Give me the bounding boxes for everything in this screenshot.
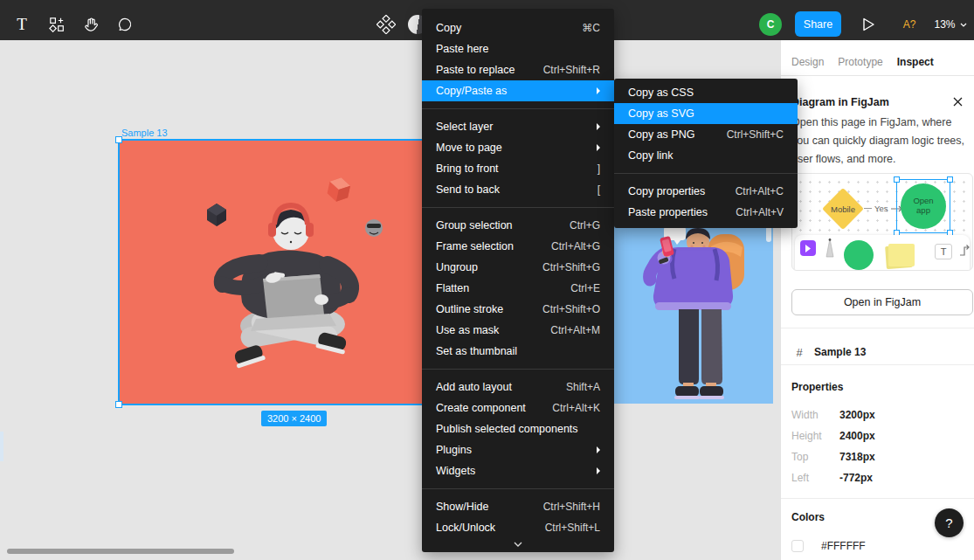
property-row: Left-772px	[781, 467, 974, 488]
menu-item-copy-as-png[interactable]: Copy as PNGCtrl+Shift+C	[614, 124, 798, 145]
menu-shortcut: Ctrl+Alt+G	[551, 240, 600, 252]
horizontal-scrollbar[interactable]	[7, 549, 234, 554]
selected-layer-row[interactable]: # Sample 13	[781, 340, 974, 364]
menu-overflow-button[interactable]	[422, 538, 614, 550]
menu-shortcut: ⌘C	[582, 22, 600, 34]
menu-item-copy[interactable]: Copy⌘C	[422, 17, 614, 38]
menu-shortcut: Ctrl+Alt+M	[550, 324, 600, 336]
menu-item-create-component[interactable]: Create componentCtrl+Alt+K	[422, 398, 614, 418]
menu-item-label: Set as thumbnail	[436, 345, 600, 357]
selection-handle	[947, 176, 953, 183]
menu-item-copy-link[interactable]: Copy link	[614, 145, 798, 166]
menu-item-copy-as-css[interactable]: Copy as CSS	[614, 82, 798, 103]
user-avatar[interactable]: C	[759, 13, 782, 36]
menu-item-label: Use as mask	[436, 324, 540, 336]
menu-item-label: Outline stroke	[436, 303, 532, 315]
present-button[interactable]	[858, 9, 879, 40]
property-value: 7318px	[839, 446, 875, 467]
property-value: -772px	[839, 467, 873, 488]
help-button[interactable]: ?	[935, 508, 964, 537]
figjam-connector-tool-icon	[959, 244, 973, 258]
panel-divider	[781, 328, 974, 328]
frame-icon: #	[792, 346, 806, 359]
menu-item-label: Ungroup	[436, 261, 532, 273]
menu-item-label: Paste to replace	[436, 64, 533, 76]
menu-item-move-to-page[interactable]: Move to page	[422, 137, 614, 158]
figjam-toolbar-strip: T	[795, 235, 970, 271]
menu-item-ungroup[interactable]: UngroupCtrl+Shift+G	[422, 257, 614, 278]
tab-prototype[interactable]: Prototype	[838, 56, 882, 68]
menu-item-send-to-back[interactable]: Send to back[	[422, 179, 614, 200]
menu-item-plugins[interactable]: Plugins	[422, 439, 614, 460]
main-menu-button[interactable]	[371, 9, 401, 40]
menu-item-label: Copy as SVG	[628, 107, 784, 120]
menu-item-flatten[interactable]: FlattenCtrl+E	[422, 278, 614, 299]
menu-shortcut: Ctrl+E	[570, 282, 600, 294]
menu-item-show-hide[interactable]: Show/HideCtrl+Shift+H	[422, 496, 614, 517]
property-value: 3200px	[839, 404, 875, 425]
menu-item-use-as-mask[interactable]: Use as maskCtrl+Alt+M	[422, 320, 614, 341]
menu-item-frame-selection[interactable]: Frame selectionCtrl+Alt+G	[422, 236, 614, 257]
zoom-level: 13%	[934, 18, 955, 31]
menu-item-widgets[interactable]: Widgets	[422, 460, 614, 481]
menu-item-label: Copy	[436, 22, 571, 34]
selection-size-badge: 3200 × 2400	[261, 411, 327, 426]
menu-item-label: Add auto layout	[436, 381, 556, 393]
menu-item-copy-paste-as[interactable]: Copy/Paste as	[422, 80, 614, 101]
hand-tool-button[interactable]	[76, 9, 106, 40]
menu-item-copy-as-svg[interactable]: Copy as SVG	[614, 103, 798, 124]
menu-item-bring-to-front[interactable]: Bring to front]	[422, 158, 614, 179]
text-tool-button[interactable]: T	[7, 9, 37, 40]
comment-tool-button[interactable]	[110, 9, 140, 40]
menu-item-label: Group selection	[436, 219, 559, 232]
menu-item-label: Create component	[436, 402, 542, 414]
zoom-control[interactable]: 13%	[929, 9, 971, 40]
menu-item-group-selection[interactable]: Group selectionCtrl+G	[422, 215, 614, 236]
figjam-sticky-note-icon	[888, 244, 915, 266]
frame-red-selected[interactable]	[120, 141, 471, 404]
play-icon	[862, 17, 875, 31]
menu-item-label: Copy link	[628, 149, 784, 162]
menu-shortcut: Ctrl+Shift+R	[543, 64, 600, 76]
missing-fonts-button[interactable]: A?	[895, 9, 924, 40]
menu-shortcut: [	[598, 183, 600, 196]
menu-item-label: Paste properties	[628, 206, 725, 218]
selection-handle-bottom-left[interactable]	[115, 401, 122, 408]
menu-shortcut: Ctrl+Shift+L	[545, 522, 600, 534]
property-row: Height2400px	[781, 425, 974, 446]
figjam-close-button[interactable]	[950, 94, 964, 108]
property-label: Left	[791, 467, 809, 488]
menu-item-lock-unlock[interactable]: Lock/UnlockCtrl+Shift+L	[422, 517, 614, 538]
figjam-text-tool-icon: T	[935, 244, 952, 259]
menu-shortcut: Ctrl+Shift+O	[542, 303, 600, 315]
color-swatch[interactable]	[791, 540, 804, 552]
menu-item-select-layer[interactable]: Select layer	[422, 116, 614, 137]
resources-tool-button[interactable]	[42, 9, 72, 40]
illustration-person-phone	[610, 225, 776, 404]
right-panel: DesignPrototypeInspect Diagram in FigJam…	[780, 40, 974, 560]
menu-item-copy-properties[interactable]: Copy propertiesCtrl+Alt+C	[614, 181, 798, 202]
open-in-figjam-button[interactable]: Open in FigJam	[791, 289, 973, 315]
menu-item-set-as-thumbnail[interactable]: Set as thumbnail	[422, 341, 614, 362]
tab-inspect[interactable]: Inspect	[897, 56, 934, 68]
menu-item-paste-properties[interactable]: Paste propertiesCtrl+Alt+V	[614, 202, 798, 223]
tab-design[interactable]: Design	[791, 56, 824, 68]
menu-item-paste-here[interactable]: Paste here	[422, 38, 614, 59]
frame-name-label[interactable]: Sample 13	[121, 128, 168, 138]
selected-layer-name: Sample 13	[814, 346, 866, 358]
menu-item-publish-selected-components[interactable]: Publish selected components	[422, 418, 614, 439]
menu-separator	[422, 108, 614, 109]
menu-item-paste-to-replace[interactable]: Paste to replaceCtrl+Shift+R	[422, 59, 614, 80]
figjam-shape-circle-icon	[844, 240, 874, 270]
menu-separator	[422, 207, 614, 208]
properties-heading: Properties	[791, 381, 843, 393]
color-row: #FFFFFF	[781, 536, 974, 557]
share-button[interactable]: Share	[795, 11, 841, 37]
submenu-arrow-icon	[597, 144, 600, 151]
menu-item-label: Flatten	[436, 282, 560, 294]
menu-item-add-auto-layout[interactable]: Add auto layoutShift+A	[422, 377, 614, 398]
property-value: 2400px	[839, 425, 875, 446]
menu-shortcut: Ctrl+G	[570, 219, 600, 232]
vertical-scrollbar[interactable]	[766, 226, 771, 242]
menu-item-outline-stroke[interactable]: Outline strokeCtrl+Shift+O	[422, 299, 614, 320]
